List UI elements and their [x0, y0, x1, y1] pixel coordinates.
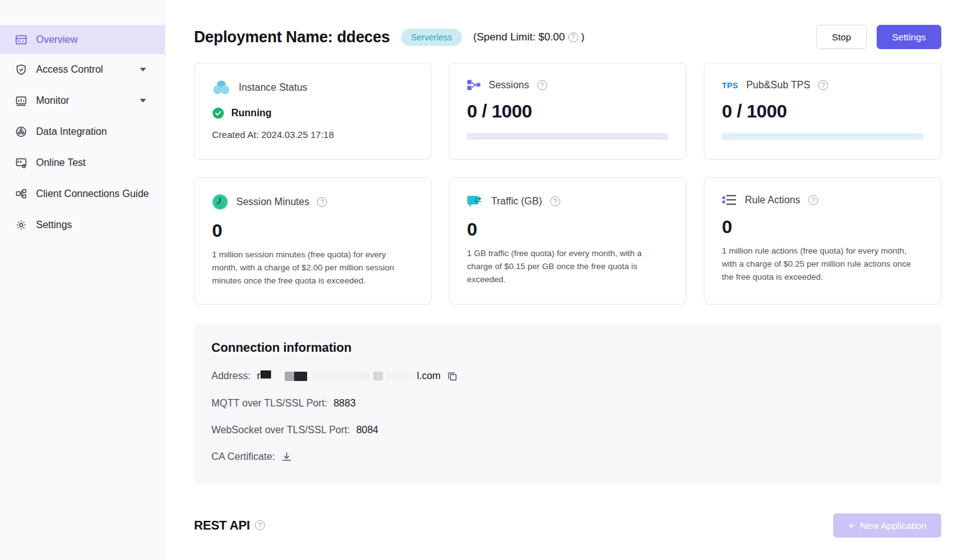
- ca-certificate-row: CA Certificate:: [211, 451, 924, 462]
- sidebar-item-data-integration[interactable]: Data Integration: [0, 116, 165, 147]
- sidebar-item-access-control[interactable]: Access Control: [0, 54, 165, 85]
- help-icon[interactable]: ?: [550, 196, 560, 206]
- websocket-port-value: 8084: [356, 425, 379, 436]
- status-line: Running: [212, 107, 413, 119]
- websocket-port-row: WebSocket over TLS/SSL Port: 8084: [211, 425, 924, 436]
- sidebar-item-label: Access Control: [36, 64, 103, 75]
- gear-icon: [15, 219, 27, 231]
- download-icon[interactable]: [281, 451, 292, 462]
- redaction-block: [261, 370, 271, 379]
- card-title: Session Minutes: [236, 196, 309, 208]
- rule-actions-icon: [722, 194, 737, 206]
- help-icon[interactable]: ?: [568, 32, 578, 42]
- sidebar-item-client-connections-guide[interactable]: Client Connections Guide: [0, 178, 165, 209]
- page-title: Deployment Name: ddeces: [194, 28, 390, 46]
- data-integration-icon: [15, 126, 27, 138]
- rule-actions-value: 0: [722, 216, 923, 237]
- sidebar-item-settings[interactable]: Settings: [0, 209, 165, 241]
- new-application-button[interactable]: + New Application: [833, 513, 941, 538]
- connection-information-panel: Connection information Address: rl.com M…: [194, 323, 941, 485]
- address-redacted: rl.com: [257, 370, 441, 382]
- sidebar-item-monitor[interactable]: Monitor: [0, 85, 165, 116]
- sidebar: Overview Access Control Monitor Data Int…: [0, 0, 165, 560]
- new-application-label: New Application: [860, 520, 926, 531]
- sidebar-item-online-test[interactable]: Online Test: [0, 147, 165, 178]
- card-title: Instance Status: [239, 82, 307, 93]
- help-icon[interactable]: ?: [255, 520, 265, 530]
- card-title: Traffic (GB): [491, 196, 542, 207]
- chevron-down-icon: [140, 68, 146, 71]
- card-title: Sessions: [489, 80, 529, 91]
- connection-title: Connection information: [211, 341, 924, 355]
- rest-api-section: REST API ? + New Application: [194, 513, 941, 538]
- page-header: Deployment Name: ddeces Serverless (Spen…: [194, 25, 941, 49]
- tps-progress-bar: [722, 133, 923, 140]
- sidebar-item-label: Overview: [36, 34, 78, 45]
- tps-icon: TPS: [722, 81, 738, 90]
- address-label: Address:: [211, 370, 251, 382]
- rule-actions-card: Rule Actions ? 0 1 million rule actions …: [704, 177, 941, 305]
- session-minutes-value: 0: [212, 220, 413, 241]
- spend-limit: (Spend Limit: $0.00 ? ): [473, 31, 584, 44]
- check-circle-icon: [212, 107, 224, 119]
- chevron-down-icon: [140, 99, 146, 103]
- help-icon[interactable]: ?: [818, 80, 828, 90]
- sessions-progress-bar: [467, 133, 668, 140]
- mqtt-port-row: MQTT over TLS/SSL Port: 8883: [211, 398, 924, 409]
- header-actions: Stop Settings: [816, 25, 941, 49]
- mqtt-port-value: 8883: [333, 398, 356, 409]
- redaction-block: [294, 372, 307, 381]
- instance-status-card: Instance Status Running Created At: 2024…: [194, 63, 431, 160]
- copy-icon[interactable]: [447, 371, 458, 382]
- traffic-icon: [467, 194, 483, 209]
- online-test-icon: [15, 157, 27, 169]
- clock-icon: [212, 194, 228, 210]
- sidebar-item-label: Data Integration: [36, 126, 107, 137]
- sidebar-item-label: Monitor: [36, 95, 69, 106]
- tps-value: 0 / 1000: [722, 101, 923, 122]
- spend-limit-text: (Spend Limit: $0.00: [473, 31, 565, 44]
- help-icon[interactable]: ?: [317, 197, 327, 207]
- help-icon[interactable]: ?: [808, 195, 818, 205]
- address-row: Address: rl.com: [211, 370, 924, 382]
- redaction-block: [387, 372, 413, 380]
- overview-icon: [15, 34, 27, 46]
- sidebar-item-overview[interactable]: Overview: [0, 25, 165, 54]
- sidebar-item-label: Settings: [36, 219, 72, 231]
- stop-button[interactable]: Stop: [816, 25, 867, 49]
- sessions-value: 0 / 1000: [467, 101, 668, 122]
- redaction-block: [373, 372, 383, 380]
- traffic-description: 1 GB traffic (free quota) for every mont…: [467, 247, 668, 287]
- shield-check-icon: [15, 63, 27, 76]
- session-minutes-card: Session Minutes ? 0 1 million session mi…: [194, 177, 431, 305]
- sidebar-item-label: Online Test: [36, 157, 86, 168]
- redaction-block: [312, 372, 369, 380]
- stat-cards: Instance Status Running Created At: 2024…: [194, 63, 941, 305]
- status-text: Running: [231, 108, 272, 119]
- traffic-value: 0: [467, 219, 668, 240]
- app: Overview Access Control Monitor Data Int…: [0, 0, 955, 560]
- rule-actions-description: 1 million rule actions (free quota) for …: [722, 245, 923, 284]
- sessions-card: Sessions ? 0 / 1000: [449, 63, 686, 160]
- help-icon[interactable]: ?: [537, 80, 547, 90]
- plus-icon: +: [848, 520, 854, 531]
- redaction-block: [285, 372, 294, 381]
- card-title: Rule Actions: [745, 195, 800, 206]
- session-minutes-description: 1 million session minutes (free quota) f…: [212, 249, 413, 288]
- client-connections-icon: [15, 188, 27, 200]
- sidebar-item-label: Client Connections Guide: [36, 188, 149, 200]
- card-title: Pub&Sub TPS: [746, 80, 810, 91]
- main-content: Deployment Name: ddeces Serverless (Spen…: [165, 0, 955, 560]
- address-prefix: r: [257, 370, 260, 382]
- websocket-port-label: WebSocket over TLS/SSL Port:: [211, 425, 350, 436]
- settings-button[interactable]: Settings: [877, 25, 941, 49]
- pubsub-tps-card: TPS Pub&Sub TPS ? 0 / 1000: [704, 63, 941, 160]
- serverless-badge: Serverless: [401, 29, 462, 46]
- address-suffix: l.com: [417, 370, 440, 382]
- rest-api-title: REST API: [194, 518, 250, 533]
- mqtt-port-label: MQTT over TLS/SSL Port:: [211, 398, 327, 409]
- traffic-card: Traffic (GB) ? 0 1 GB traffic (free quot…: [449, 177, 686, 305]
- ca-certificate-label: CA Certificate:: [211, 451, 275, 462]
- created-at: Created At: 2024.03.25 17:18: [212, 129, 413, 140]
- instance-status-cloud-icon: [212, 80, 231, 96]
